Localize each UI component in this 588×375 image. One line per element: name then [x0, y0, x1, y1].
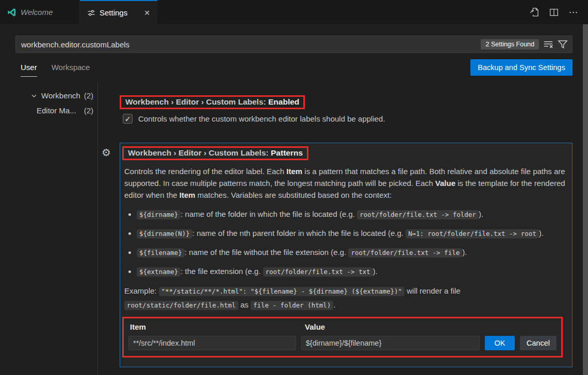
tab-settings[interactable]: Settings ✕ [80, 0, 157, 24]
variable-bullet-item: ${filename}: name of the file without th… [137, 246, 558, 259]
chevron-down-icon [30, 92, 38, 99]
setting-enabled-description: Controls whether the custom workbench ed… [138, 114, 385, 124]
toc-item-editor-management[interactable]: Editor Ma... (2) [37, 106, 93, 115]
setting-title-patterns: Workbench › Editor › Custom Labels: Patt… [128, 148, 303, 158]
backup-sync-settings-button[interactable]: Backup and Sync Settings [470, 59, 573, 76]
setting-gear-icon[interactable]: ⚙ [102, 146, 111, 159]
close-tab-icon[interactable]: ✕ [144, 9, 150, 17]
vertical-scrollbar[interactable] [583, 24, 588, 375]
ok-button[interactable]: OK [485, 336, 514, 350]
more-actions-icon[interactable]: ⋯ [567, 6, 580, 19]
variable-bullet-item: ${dirname}: name of the folder in which … [137, 208, 558, 221]
scope-tab-workspace[interactable]: Workspace [52, 63, 90, 77]
toc-label: Editor Ma... [37, 106, 76, 115]
settings-search-input[interactable]: workbench.editor.customLabels 2 Settings… [15, 36, 573, 53]
editor-tab-bar: Welcome Settings ✕ [0, 0, 588, 24]
cancel-button[interactable]: Cancel [520, 336, 557, 350]
highlight-box-patterns: Workbench › Editor › Custom Labels: Patt… [122, 146, 308, 160]
pattern-table-row: OK Cancel [128, 336, 557, 350]
vscode-logo-icon [7, 8, 17, 17]
tab-welcome[interactable]: Welcome [0, 0, 80, 24]
checkmark-icon: ✓ [125, 115, 131, 123]
setting-title-enabled: Workbench › Editor › Custom Labels: Enab… [125, 97, 299, 107]
vscode-window: Welcome Settings ✕ [0, 0, 588, 375]
toc-count: (2) [84, 106, 93, 115]
scope-tab-user[interactable]: User [21, 63, 37, 77]
filter-settings-icon[interactable] [558, 39, 568, 49]
settings-sliders-icon [87, 9, 95, 17]
variables-list: ${dirname}: name of the folder in which … [124, 208, 558, 278]
open-settings-json-icon[interactable] [528, 6, 541, 19]
variable-bullet-item: ${extname}: the file extension (e.g. roo… [137, 265, 558, 278]
column-header-item: Item [130, 322, 305, 331]
tab-label: Welcome [21, 8, 53, 16]
item-pattern-input[interactable] [128, 336, 296, 350]
tab-label: Settings [100, 8, 127, 17]
settings-toc: Workbench (2) Editor Ma... (2) [0, 82, 98, 375]
highlight-box-pattern-table: Item Value OK Cancel [122, 317, 563, 357]
split-editor-icon[interactable] [548, 6, 560, 19]
value-template-input[interactable] [301, 336, 480, 350]
search-query-text: workbench.editor.customLabels [21, 40, 477, 49]
clear-settings-search-icon[interactable] [543, 39, 553, 49]
settings-scope-tabs: User Workspace [21, 63, 90, 77]
variable-bullet-item: ${dirname(N)}: name of the nth parent fo… [137, 227, 558, 240]
pattern-table-header: Item Value [128, 322, 557, 331]
toc-label: Workbench [41, 91, 80, 100]
setting-enabled-row: ✓ Controls whether the custom workbench … [123, 114, 385, 124]
column-header-value: Value [305, 322, 557, 331]
setting-patterns-example: Example: "**/static/**/*.html": "${filen… [124, 284, 567, 312]
toc-count: (2) [84, 91, 93, 100]
setting-patterns-block: Workbench › Editor › Custom Labels: Patt… [120, 143, 573, 367]
setting-patterns-description: Controls the rendering of the editor lab… [124, 165, 567, 201]
settings-found-badge: 2 Settings Found [481, 39, 539, 49]
editor-actions: ⋯ [528, 0, 588, 24]
enabled-checkbox[interactable]: ✓ [123, 114, 133, 124]
toc-item-workbench[interactable]: Workbench (2) [30, 91, 93, 100]
highlight-box-enabled: Workbench › Editor › Custom Labels: Enab… [120, 95, 305, 109]
